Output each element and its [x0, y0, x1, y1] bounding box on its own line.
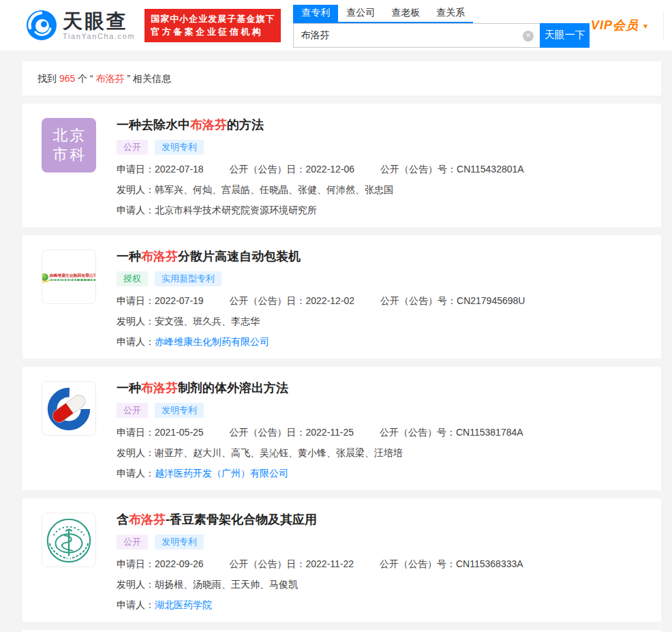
status-tag: 公开: [117, 140, 148, 155]
inventors-row: 发明人：谢亚芹、赵大川、高飞、吴沁钰、黄小锋、张晨梁、汪培培: [117, 447, 641, 459]
search-input-wrap: ×: [293, 23, 540, 48]
date-row: 申请日：2022-07-18 公开（公告）日：2022-12-06 公开（公告）…: [117, 163, 641, 175]
search-area: 查专利 查公司 查老板 查关系 × 天眼一下: [293, 3, 590, 48]
applicant: 北京市科学技术研究院资源环境研究所: [155, 205, 317, 215]
clear-icon[interactable]: ×: [523, 31, 534, 42]
patent-type-tag: 发明专利: [155, 140, 204, 155]
keyword-highlight: 布洛芬: [129, 513, 166, 526]
green-globe-icon: [42, 273, 48, 281]
result-suffix: ” 相关信息: [125, 73, 171, 84]
avatar-text-line: 市科: [53, 145, 87, 164]
applicant-link[interactable]: 赤峰维康生化制药有限公司: [155, 336, 269, 347]
publish-date: 公开（公告）日：2022-12-06: [230, 164, 355, 175]
inventors-row: 发明人：安文强、班久兵、李志华: [117, 315, 641, 327]
date-row: 申请日：2022-09-26 公开（公告）日：2022-11-22 公开（公告）…: [117, 558, 641, 570]
result-count-bar: 找到 965 个 “ 布洛芬 ” 相关信息: [22, 61, 661, 95]
tab-boss[interactable]: 查老板: [383, 5, 428, 22]
patent-avatar[interactable]: [42, 513, 96, 567]
patent-card: 含布洛芬-香豆素骨架化合物及其应用 公开 发明专利 申请日：2022-09-26…: [22, 498, 661, 622]
brand-domain: TianYanCha.com: [63, 32, 135, 40]
keyword-highlight: 布洛芬: [190, 118, 227, 132]
tag-row: 公开 发明专利: [117, 140, 641, 155]
inventors-row: 发明人：胡扬根、汤晓雨、王天帅、马俊凯: [117, 578, 641, 590]
publish-date: 公开（公告）日：2022-11-25: [230, 427, 354, 438]
publish-number: 公开（公告）号：CN115368333A: [380, 558, 523, 569]
publish-date: 公开（公告）日：2022-12-02: [230, 295, 355, 306]
inventors: 韩军兴、何灿、宫晨皓、任晓晶、张健、何沛然、张忠国: [155, 184, 393, 195]
tag-row: 公开 发明专利: [117, 535, 641, 550]
patent-type-tag: 实用新型专利: [155, 271, 222, 286]
applicant-row: 申请人：湖北医药学院: [117, 599, 641, 611]
certification-badge: 国家中小企业发展子基金旗下 官方备案企业征信机构: [144, 9, 281, 42]
apply-date: 申请日：2022-07-19: [117, 295, 204, 306]
capsule-logo-icon: [42, 382, 95, 435]
result-count: 965: [59, 73, 75, 84]
status-tag: 授权: [117, 271, 148, 286]
inventors: 谢亚芹、赵大川、高飞、吴沁钰、黄小锋、张晨梁、汪培培: [155, 447, 403, 458]
status-tag: 公开: [117, 535, 148, 550]
keyword-highlight: 布洛芬: [141, 381, 178, 395]
patent-title[interactable]: 一种布洛芬分散片高速自动包装机: [117, 248, 641, 265]
apply-date: 申请日：2021-05-25: [117, 427, 204, 438]
applicant-row: 申请人：北京市科学技术研究院资源环境研究所: [117, 204, 641, 216]
applicant-row: 申请人：赤峰维康生化制药有限公司: [117, 335, 641, 348]
tianyancha-logo[interactable]: 天眼查 TianYanCha.com: [26, 10, 135, 41]
avatar-text-line: 北京: [53, 126, 87, 145]
patent-title[interactable]: 一种去除水中布洛芬的方法: [117, 117, 641, 133]
result-prefix: 找到: [37, 73, 59, 84]
company-logo-text: 赤峰维康生化制药有限公司: [49, 273, 96, 278]
date-row: 申请日：2022-07-19 公开（公告）日：2022-12-02 公开（公告）…: [117, 295, 641, 307]
search-button[interactable]: 天眼一下: [540, 23, 590, 48]
patent-card: 赤峰维康生化制药有限公司 一种布洛芬分散片高速自动包装机 授权 实用新型专利 申…: [22, 235, 661, 359]
result-mid: 个 “: [75, 73, 95, 84]
applicant-link[interactable]: 湖北医药学院: [155, 599, 212, 610]
status-tag: 公开: [117, 403, 148, 418]
tianyancha-eye-icon: [26, 10, 57, 41]
inventors-row: 发明人：韩军兴、何灿、宫晨皓、任晓晶、张健、何沛然、张忠国: [117, 183, 641, 196]
apply-date: 申请日：2022-07-18: [117, 164, 204, 175]
emblem-logo-icon: [42, 513, 95, 567]
patent-avatar[interactable]: 北京 市科: [42, 118, 96, 172]
apply-date: 申请日：2022-09-26: [117, 558, 204, 569]
patent-title[interactable]: 含布洛芬-香豆素骨架化合物及其应用: [117, 511, 641, 528]
patent-card: 北京 市科 一种去除水中布洛芬的方法 公开 发明专利 申请日：2022-07-1…: [22, 104, 661, 227]
inventors: 胡扬根、汤晓雨、王天帅、马俊凯: [155, 579, 298, 590]
tab-company[interactable]: 查公司: [338, 5, 383, 22]
tag-row: 公开 发明专利: [117, 403, 641, 418]
brand-name: 天眼查: [63, 11, 135, 31]
company-logo-icon: 赤峰维康生化制药有限公司: [42, 273, 96, 281]
keyword-highlight: 布洛芬: [141, 250, 178, 263]
applicant-link[interactable]: 越洋医药开发（广州）有限公司: [155, 468, 288, 479]
results-area: 找到 965 个 “ 布洛芬 ” 相关信息 北京 市科 一种去除水中布洛芬的方法…: [22, 61, 661, 632]
patent-avatar[interactable]: 赤峰维康生化制药有限公司: [42, 250, 96, 304]
search-input[interactable]: [294, 24, 540, 47]
tag-row: 授权 实用新型专利: [117, 271, 641, 286]
publish-number: 公开（公告）号：CN217945698U: [380, 295, 525, 306]
applicant-row: 申请人：越洋医药开发（广州）有限公司: [117, 467, 641, 479]
site-header: 天眼查 TianYanCha.com 国家中小企业发展子基金旗下 官方备案企业征…: [0, 0, 672, 50]
tab-patent[interactable]: 查专利: [293, 5, 338, 22]
search-tabs: 查专利 查公司 查老板 查关系: [293, 5, 473, 23]
publish-number: 公开（公告）号：CN115381784A: [380, 427, 523, 438]
caret-down-icon: ▼: [642, 22, 650, 30]
publish-date: 公开（公告）日：2022-11-22: [230, 558, 354, 569]
patent-title[interactable]: 一种布洛芬制剂的体外溶出方法: [117, 380, 641, 396]
tab-relation[interactable]: 查关系: [428, 5, 473, 22]
patent-type-tag: 发明专利: [155, 535, 204, 550]
vip-label: VIP会员: [591, 17, 639, 33]
date-row: 申请日：2021-05-25 公开（公告）日：2022-11-25 公开（公告）…: [117, 426, 641, 438]
patent-avatar[interactable]: [42, 381, 96, 436]
company-logo-subtext: [49, 279, 96, 281]
patent-type-tag: 发明专利: [155, 403, 204, 418]
patent-card: 一种布洛芬制剂的体外溶出方法 公开 发明专利 申请日：2021-05-25 公开…: [22, 367, 661, 490]
badge-line2: 官方备案企业征信机构: [151, 25, 275, 39]
result-keyword: 布洛芬: [96, 73, 125, 84]
inventors: 安文强、班久兵、李志华: [155, 316, 260, 327]
publish-number: 公开（公告）号：CN115432801A: [380, 164, 524, 175]
vip-link[interactable]: VIP会员 ▼: [591, 11, 664, 40]
badge-line1: 国家中小企业发展子基金旗下: [151, 12, 275, 26]
